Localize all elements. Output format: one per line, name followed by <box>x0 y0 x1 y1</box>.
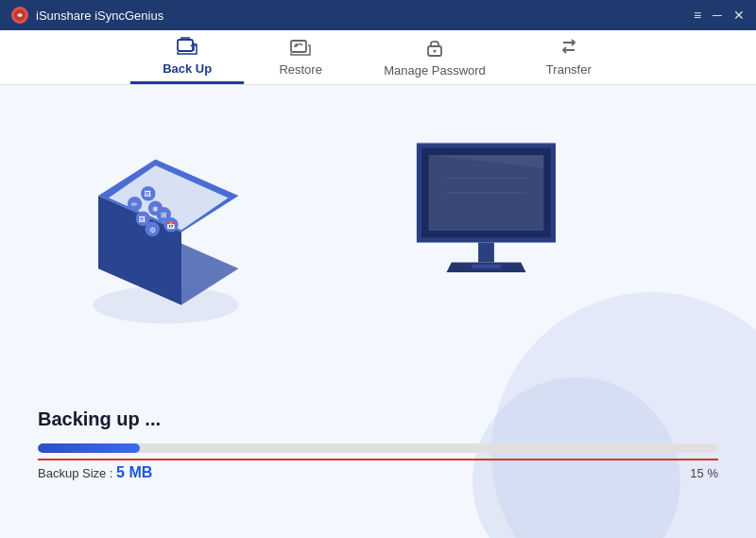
app-title: iSunshare iSyncGenius <box>36 9 163 23</box>
tab-restore-label: Restore <box>279 62 322 77</box>
app-logo <box>11 7 28 24</box>
backup-size-label: Backup Size : <box>38 466 116 480</box>
minimize-button[interactable]: ─ <box>713 8 722 23</box>
progress-info-row: Backup Size : 5 MB 15 % <box>38 459 718 481</box>
svg-text:⚙: ⚙ <box>149 226 156 234</box>
main-content: 🖼 ✏ ❋ 🖼 ⊞ ⚙ 📅 <box>0 85 756 538</box>
phone-illustration: 🖼 ✏ ❋ 🖼 ⊞ ⚙ 📅 <box>57 123 265 331</box>
svg-text:🖼: 🖼 <box>145 190 152 199</box>
svg-text:📅: 📅 <box>166 220 176 230</box>
tab-transfer[interactable]: Transfer <box>512 30 626 84</box>
window-controls[interactable]: ≡ ─ ✕ <box>694 8 745 23</box>
tab-backup-label: Back Up <box>163 61 212 76</box>
svg-rect-3 <box>291 41 306 52</box>
nav-bar: Back Up Restore Manage Password <box>0 30 756 85</box>
tab-restore[interactable]: Restore <box>244 30 357 84</box>
progress-bar-fill <box>38 443 140 453</box>
menu-button[interactable]: ≡ <box>694 8 701 23</box>
tab-manage-password[interactable]: Manage Password <box>357 30 512 84</box>
backup-size-value: 5 MB <box>116 464 152 480</box>
svg-text:🖼: 🖼 <box>139 216 146 224</box>
close-button[interactable]: ✕ <box>733 8 745 23</box>
backup-icon <box>176 37 198 59</box>
svg-point-5 <box>433 50 436 53</box>
password-icon <box>424 37 445 61</box>
title-bar: iSunshare iSyncGenius ≡ ─ ✕ <box>0 0 756 30</box>
svg-rect-21 <box>478 243 494 263</box>
transfer-icon <box>558 38 580 60</box>
backup-size-info: Backup Size : 5 MB <box>38 464 152 481</box>
progress-percent: 15 % <box>690 466 718 480</box>
svg-text:✏: ✏ <box>131 200 138 209</box>
tab-backup[interactable]: Back Up <box>130 30 244 84</box>
restore-icon <box>289 38 312 60</box>
progress-bar-container <box>38 443 718 453</box>
monitor-illustration <box>397 113 595 312</box>
svg-rect-22 <box>472 265 502 269</box>
title-bar-left: iSunshare iSyncGenius <box>11 7 163 24</box>
tab-transfer-label: Transfer <box>546 62 592 77</box>
svg-rect-1 <box>178 40 193 51</box>
status-section: Backing up ... Backup Size : 5 MB 15 % <box>38 408 718 481</box>
status-text: Backing up ... <box>38 408 718 430</box>
tab-manage-password-label: Manage Password <box>384 63 486 78</box>
svg-text:⊞: ⊞ <box>161 211 167 219</box>
